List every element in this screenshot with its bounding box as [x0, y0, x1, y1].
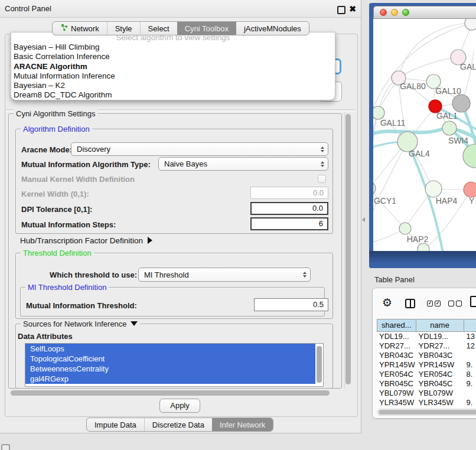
sources-legend[interactable]: Sources for Network Inference	[21, 319, 140, 328]
table-row[interactable]: YBR043CYBR043C	[377, 351, 476, 360]
hub-definition-expander[interactable]: Hub/Transcription Factor Definition	[20, 236, 152, 245]
table-row[interactable]: YDR27...YDR27...12	[377, 341, 476, 351]
list-scrollbar-thumb[interactable]	[317, 346, 322, 383]
vertical-scrollbar-thumb[interactable]	[345, 114, 351, 384]
table-hscroll-thumb[interactable]	[379, 410, 476, 415]
float-window-icon[interactable]	[337, 6, 345, 14]
attribute-item-betweennesscentrality[interactable]: BetweennessCentrality	[25, 364, 315, 374]
dpi-tolerance-field[interactable]: 0.0	[250, 202, 328, 215]
column-header-name[interactable]: name	[416, 319, 464, 332]
mi-threshold-field[interactable]: 0.5	[254, 298, 328, 311]
table-cell[interactable]: YBR043C	[416, 351, 464, 360]
zoom-traffic-light[interactable]	[402, 9, 409, 16]
select-all-checkboxes-icon[interactable]: ✓ ✓	[427, 301, 441, 306]
node-gal1[interactable]	[442, 121, 457, 135]
algorithm-option-bayesian-k2[interactable]: Bayesian – K2	[11, 81, 335, 90]
attribute-item-gal4rgexp[interactable]: gal4RGexp	[25, 374, 315, 384]
tab-select[interactable]: Select	[140, 22, 177, 35]
table-row[interactable]: YBL079WYBL079W	[377, 389, 476, 398]
tab-jactivemnodules[interactable]: jActiveMNodules	[236, 22, 309, 35]
aracne-mode-combo[interactable]: Discovery	[71, 142, 328, 156]
minimize-traffic-light[interactable]	[391, 9, 398, 16]
node-hap2[interactable]	[399, 223, 411, 234]
table-cell[interactable]: 8.	[464, 370, 476, 379]
attribute-item-topologicalcoefficient[interactable]: TopologicalCoefficient	[25, 354, 315, 364]
algorithm-option-dream8-dc-tdc-algorithm[interactable]: Dream8 DC_TDC Algorithm	[11, 90, 335, 100]
close-traffic-light[interactable]	[380, 9, 387, 16]
node-gal11[interactable]	[373, 106, 384, 119]
table-cell[interactable]: 9.	[464, 379, 476, 389]
attribute-item-selfloops[interactable]: SelfLoops	[25, 344, 315, 354]
table-cell[interactable]: YBR043C	[377, 351, 416, 360]
control-panel-titlebar[interactable]: Control Panel ✖	[0, 0, 361, 18]
algorithm-option-bayesian-hill-climbing[interactable]: Bayesian – Hill Climbing	[11, 43, 335, 52]
node-salmon[interactable]	[464, 182, 476, 197]
tab-discretize-data[interactable]: Discretize Data	[144, 418, 212, 431]
table-cell[interactable]: 9	[464, 407, 476, 408]
expand-right-triangle-icon[interactable]	[148, 237, 152, 244]
table-cell[interactable]	[464, 351, 476, 360]
tab-infer-network[interactable]: Infer Network	[212, 418, 273, 431]
which-threshold-combo[interactable]: MI Threshold	[138, 268, 311, 282]
table-row[interactable]: YER054CYER054C8.	[377, 370, 476, 379]
network-edge[interactable]	[373, 188, 405, 229]
node-gcy1[interactable]	[373, 182, 376, 195]
network-window-titlebar[interactable]	[373, 6, 476, 19]
table-cell[interactable]: YER054C	[377, 370, 416, 379]
collapse-down-triangle-icon[interactable]	[131, 321, 138, 326]
table-cell[interactable]: YDL19...	[416, 332, 464, 341]
settings-gear-icon[interactable]: ⚙	[382, 296, 392, 309]
network-edge[interactable]	[373, 113, 378, 188]
table-cell[interactable]: YBL079W	[416, 389, 464, 398]
table-cell[interactable]: YER054C	[416, 370, 464, 379]
network-edge[interactable]	[373, 142, 407, 220]
settings-horizontal-scrollbar[interactable]	[9, 390, 341, 396]
table-row[interactable]: YDL19...YDL19...13	[377, 332, 476, 341]
node-hap4[interactable]	[425, 181, 442, 197]
algorithm-option-aracne-algorithm[interactable]: ARACNE Algorithm	[11, 62, 335, 71]
table-row[interactable]: YIL052CYIL052C9	[377, 407, 476, 408]
settings-vertical-scrollbar[interactable]	[344, 112, 352, 389]
table-cell[interactable]: YIL052C	[377, 407, 416, 408]
table-cell[interactable]: YPR145W	[416, 360, 464, 370]
table-cell[interactable]	[464, 389, 476, 398]
close-icon[interactable]: ✖	[349, 4, 356, 14]
panel-dock-icon[interactable]	[1, 444, 10, 450]
table-cell[interactable]: YBR045C	[377, 379, 416, 389]
table-cell[interactable]: 12	[464, 341, 476, 351]
node-top-partial[interactable]	[465, 19, 476, 30]
table-cell[interactable]: YBL079W	[377, 389, 416, 398]
node-big-green[interactable]	[463, 144, 476, 168]
table-cell[interactable]: YPR145W	[377, 360, 416, 370]
mi-type-combo[interactable]: Naive Bayes	[158, 157, 328, 171]
table-cell[interactable]: YBR045C	[416, 379, 464, 389]
table-row[interactable]: YLR345WYLR345W9.	[377, 398, 476, 407]
column-layout-icon[interactable]	[405, 299, 415, 308]
table-cell[interactable]: YLR345W	[416, 398, 464, 407]
document-icon[interactable]	[470, 296, 476, 307]
table-cell[interactable]: YIL052C	[416, 407, 464, 408]
splitter-collapse-arrow[interactable]	[362, 217, 365, 222]
apply-button[interactable]: Apply	[159, 399, 200, 413]
column-header-shared[interactable]: shared...	[377, 319, 416, 332]
deselect-all-checkboxes-icon[interactable]	[448, 301, 462, 306]
table-cell[interactable]: 9.	[464, 360, 476, 370]
mi-steps-field[interactable]: 6	[250, 217, 328, 230]
table-cell[interactable]: YDR27...	[416, 341, 464, 351]
table-row[interactable]: YBR045CYBR045C9.	[377, 379, 476, 389]
tab-network[interactable]: Network	[53, 22, 107, 35]
tab-impute-data[interactable]: Impute Data	[87, 418, 144, 431]
data-attributes-list[interactable]: SelfLoopsTopologicalCoefficientBetweenne…	[25, 343, 324, 387]
algorithm-option-mutual-information-inference[interactable]: Mutual Information Inference	[11, 71, 335, 81]
table-row[interactable]: YPR145WYPR145W9.	[377, 360, 476, 370]
node-bottom[interactable]	[418, 243, 429, 251]
horizontal-scrollbar-thumb[interactable]	[11, 390, 330, 396]
table-cell[interactable]: 13	[464, 332, 476, 341]
table-horizontal-scrollbar[interactable]	[377, 409, 476, 416]
node-gray[interactable]	[452, 94, 470, 112]
tab-cyni-toolbox[interactable]: Cyni Toolbox	[177, 22, 236, 35]
tab-style[interactable]: Style	[107, 22, 140, 35]
algorithm-option-basic-correlation-inference[interactable]: Basic Correlation Inference	[11, 52, 335, 61]
table-cell[interactable]: YLR345W	[377, 398, 416, 407]
column-header-clipped[interactable]	[464, 319, 476, 332]
